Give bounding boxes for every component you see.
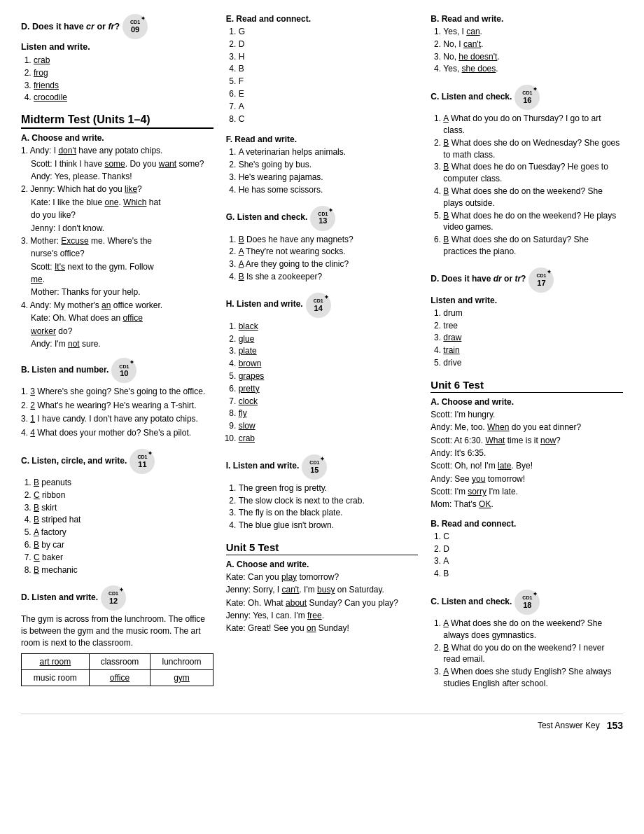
list-item: drive xyxy=(443,357,623,369)
section-d-crfr-subtitle: Listen and write. xyxy=(21,42,214,52)
section-c-listen-title: C. Listen, circle, and write. xyxy=(21,456,127,466)
list-item: C xyxy=(239,113,419,125)
list-item: B peanuts xyxy=(34,477,214,489)
cd-badge-13: CD1 13 xyxy=(310,206,335,231)
list-item: B xyxy=(239,63,419,75)
section-b6-list: C D A B xyxy=(443,531,623,580)
list-item: B by car xyxy=(34,539,214,551)
list-item: A Are they going to the clinic? xyxy=(239,258,419,270)
column-2: E. Read and connect. G D H B F E A C F. … xyxy=(226,14,419,700)
section-h: H. Listen and write. CD1 14 black glue p… xyxy=(226,293,419,447)
list-item: tree xyxy=(443,320,623,332)
list-item: B mechanic xyxy=(34,564,214,576)
section-i-title: I. Listen and write. xyxy=(226,461,300,471)
section-g-list: B Does he have any magnets? A They're no… xyxy=(239,234,419,283)
section-d-listen: D. Listen and write. CD1 12 The gym is a… xyxy=(21,585,214,686)
section-i-list: The green frog is pretty. The slow clock… xyxy=(239,482,419,531)
list-item: B What do you do on the weekend? I never… xyxy=(443,642,623,666)
list-item: B striped hat xyxy=(34,514,214,526)
list-item: The blue glue isn't brown. xyxy=(239,520,419,531)
list-item: A xyxy=(239,101,419,113)
cd-badge-18: CD1 18 xyxy=(514,590,540,615)
list-item: The slow clock is next to the crab. xyxy=(239,495,419,507)
list-item: 4. 4 What does your mother do? She's a p… xyxy=(21,427,214,439)
list-item: train xyxy=(443,345,623,356)
list-item: brown xyxy=(239,358,419,370)
section-e: E. Read and connect. G D H B F E A C xyxy=(226,14,419,127)
list-item: She's going by bus. xyxy=(239,159,419,171)
section-a5-title: A. Choose and write. xyxy=(226,560,419,569)
table-cell: lunchroom xyxy=(150,653,213,669)
section-e-title: E. Read and connect. xyxy=(226,14,419,24)
list-item: 1. 3 Where's she going? She's going to t… xyxy=(21,386,214,398)
unit6-title: Unit 6 Test xyxy=(430,379,623,393)
list-item: Yes, I can. xyxy=(443,26,623,38)
list-item: drum xyxy=(443,307,623,319)
section-d-listen-title: D. Listen and write. xyxy=(21,592,98,602)
list-item: B What does she do on the weekend? She p… xyxy=(443,186,623,209)
list-item: clock xyxy=(239,396,419,408)
section-h-list: black glue plate brown grapes pretty clo… xyxy=(239,321,419,445)
section-f-list: A veterinarian helps animals. She's goin… xyxy=(239,146,419,195)
section-a-title: A. Choose and write. xyxy=(21,133,214,143)
list-item: H xyxy=(239,51,419,63)
list-item: crocodile xyxy=(34,92,214,104)
list-item: crab xyxy=(239,433,419,445)
dialog-2: 2. Jenny: Which hat do you like? Kate: I… xyxy=(21,183,214,235)
list-item: 3. 1 I have candy. I don't have any pota… xyxy=(21,413,214,425)
list-item: B What does he do on the weekend? He pla… xyxy=(443,210,623,234)
section-a-midterm: A. Choose and write. 1. Andy: I don't ha… xyxy=(21,133,214,351)
list-item: A veterinarian helps animals. xyxy=(239,146,419,158)
section-f: F. Read and write. A veterinarian helps … xyxy=(226,134,419,198)
list-item: B What does he do on Tuesday? He goes to… xyxy=(443,161,623,185)
list-item: No, he doesn't. xyxy=(443,51,623,63)
section-b6: B. Read and connect. C D A B xyxy=(430,519,623,583)
section-d-crfr-list: crab frog friends crocodile xyxy=(34,55,214,104)
dialog-3: 3. Mother: Excuse me. Where's the nurse'… xyxy=(21,235,214,299)
section-c-listen: C. Listen, circle, and write. CD1 11 B p… xyxy=(21,449,214,578)
list-item: He's wearing pajamas. xyxy=(239,172,419,183)
section-c6-title: C. Listen and check. xyxy=(430,597,512,606)
section-c3: C. Listen and check. CD1 16 A What do yo… xyxy=(430,85,623,260)
table-cell: gym xyxy=(150,669,213,686)
list-item: C baker xyxy=(34,552,214,564)
midterm-title: Midterm Test (Units 1–4) xyxy=(21,113,214,129)
list-item: plate xyxy=(239,345,419,357)
section-d-listen-text: The gym is across from the lunchroom. Th… xyxy=(21,613,214,648)
section-b3: B. Read and write. Yes, I can. No, I can… xyxy=(430,14,623,78)
list-item: B Is she a zookeeper? xyxy=(239,271,419,283)
list-item: F xyxy=(239,76,419,88)
list-item: E xyxy=(239,88,419,100)
list-item: B skirt xyxy=(34,502,214,514)
list-item: A What do you do on Thursday? I go to ar… xyxy=(443,113,623,137)
section-f-title: F. Read and write. xyxy=(226,134,419,144)
section-d3-list: drum tree draw train drive xyxy=(443,307,623,369)
dialog-4: 4. Andy: My mother's an office worker. K… xyxy=(21,300,214,351)
section-b3-list: Yes, I can. No, I can't. No, he doesn't.… xyxy=(443,26,623,75)
list-item: The fly is on the black plate. xyxy=(239,507,419,519)
list-item: glue xyxy=(239,333,419,345)
list-item: draw xyxy=(443,332,623,344)
list-item: A xyxy=(443,555,623,567)
section-d3-subtitle: Listen and write. xyxy=(430,296,623,305)
cd-badge-09: CD1 09 xyxy=(122,14,148,39)
section-c3-list: A What do you do on Thursday? I go to ar… xyxy=(443,113,623,258)
list-item: C ribbon xyxy=(34,489,214,501)
list-item: A When does she study English? She alway… xyxy=(443,666,623,690)
section-b-listen: B. Listen and number. CD1 10 1. 3 Where'… xyxy=(21,358,214,442)
section-d3: D. Does it have dr or tr? CD1 17 Listen … xyxy=(430,267,623,372)
section-d3-title: D. Does it have dr or tr? xyxy=(430,274,526,284)
list-item: A What does she do on the weekend? She a… xyxy=(443,618,623,641)
list-item: A They're not wearing socks. xyxy=(239,246,419,258)
list-item: grapes xyxy=(239,370,419,382)
section-g-title: G. Listen and check. xyxy=(226,212,308,222)
cd-badge-14: CD1 14 xyxy=(306,293,331,318)
list-item: crab xyxy=(34,55,214,67)
section-c-listen-list: B peanuts C ribbon B skirt B striped hat… xyxy=(34,477,214,576)
list-item: B Does he have any magnets? xyxy=(239,234,419,246)
dialog-1: 1. Andy: I don't have any potato chips. … xyxy=(21,145,214,183)
list-item: G xyxy=(239,26,419,38)
section-c6-list: A What does she do on the weekend? She a… xyxy=(443,618,623,690)
list-item: fly xyxy=(239,408,419,419)
list-item: B What does she do on Wednesday? She goe… xyxy=(443,137,623,161)
